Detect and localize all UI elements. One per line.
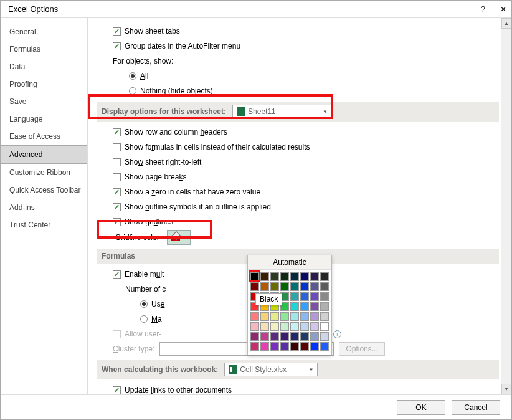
color-swatch[interactable] [270, 342, 279, 351]
radio-objects-nothing[interactable] [129, 87, 136, 95]
cancel-button[interactable]: Cancel [452, 400, 500, 415]
color-swatch[interactable] [270, 322, 279, 331]
color-swatch[interactable] [310, 322, 319, 331]
color-swatch[interactable] [300, 272, 309, 281]
color-swatch[interactable] [260, 312, 269, 321]
sidebar-item-save[interactable]: Save [1, 93, 87, 110]
checkbox-enable-multithread[interactable] [113, 270, 121, 279]
checkbox-show-formulas[interactable] [113, 143, 121, 151]
color-swatch[interactable] [300, 322, 309, 331]
workbook-dropdown[interactable]: Cell Style.xlsx ▼ [224, 363, 318, 376]
gridline-color-button[interactable]: ▼ [167, 230, 191, 245]
color-swatch[interactable] [320, 322, 329, 331]
color-palette: Automatic Black [247, 255, 332, 355]
color-swatch[interactable] [290, 302, 299, 311]
color-swatch[interactable] [300, 302, 309, 311]
checkbox-show-headers[interactable] [113, 128, 121, 136]
color-swatch[interactable] [310, 282, 319, 291]
color-swatch[interactable] [290, 322, 299, 331]
sidebar-item-ease-of-access[interactable]: Ease of Access [1, 128, 87, 145]
sidebar-item-advanced[interactable]: Advanced [1, 145, 87, 164]
chevron-down-icon: ▼ [181, 236, 186, 240]
checkbox-show-rtl[interactable] [113, 158, 121, 166]
checkbox-show-zero[interactable] [113, 188, 121, 196]
sidebar-item-proofing[interactable]: Proofing [1, 75, 87, 93]
radio-use-all-processors[interactable] [140, 300, 148, 308]
label-update-links: Update links to other documents [125, 386, 232, 394]
color-swatch[interactable] [300, 282, 309, 291]
color-swatch[interactable] [310, 342, 319, 351]
vertical-scrollbar[interactable]: ▲ ▼ [501, 18, 511, 394]
color-swatch[interactable] [270, 282, 279, 291]
color-swatch[interactable] [280, 272, 289, 281]
color-swatch[interactable] [310, 302, 319, 311]
color-swatch[interactable] [250, 332, 259, 341]
checkbox-show-sheet-tabs[interactable] [113, 27, 121, 36]
color-swatch[interactable] [270, 332, 279, 341]
help-icon[interactable]: ? [481, 5, 485, 14]
radio-objects-all[interactable] [129, 72, 136, 80]
checkbox-show-gridlines[interactable] [113, 218, 121, 226]
color-swatch[interactable] [280, 342, 289, 351]
color-swatch[interactable] [320, 332, 329, 341]
info-icon[interactable]: i [333, 330, 341, 338]
ok-button[interactable]: OK [397, 400, 445, 415]
sidebar-item-general[interactable]: General [1, 23, 87, 41]
color-swatch[interactable] [300, 342, 309, 351]
color-swatch[interactable] [280, 332, 289, 341]
scroll-down-icon[interactable]: ▼ [501, 384, 511, 394]
label-number-of-processors: Number of c [125, 285, 166, 294]
color-swatch[interactable] [280, 322, 289, 331]
color-swatch[interactable] [250, 342, 259, 351]
color-swatch[interactable] [310, 272, 319, 281]
sidebar-item-formulas[interactable]: Formulas [1, 41, 87, 58]
section-display-worksheet: Display options for this worksheet: Shee… [97, 102, 499, 122]
color-swatch[interactable] [300, 312, 309, 321]
palette-automatic[interactable]: Automatic [248, 255, 331, 270]
color-swatch[interactable] [260, 272, 269, 281]
worksheet-dropdown[interactable]: Sheet11 ▼ [232, 105, 332, 118]
sidebar-item-trust-center[interactable]: Trust Center [1, 216, 87, 234]
color-swatch[interactable] [310, 312, 319, 321]
color-swatch[interactable] [320, 342, 329, 351]
scroll-up-icon[interactable]: ▲ [501, 18, 511, 29]
color-swatch[interactable] [320, 272, 329, 281]
color-swatch[interactable] [320, 312, 329, 321]
sidebar-item-language[interactable]: Language [1, 110, 87, 128]
color-swatch[interactable] [250, 322, 259, 331]
sidebar-item-data[interactable]: Data [1, 58, 87, 75]
color-swatch[interactable] [310, 292, 319, 301]
checkbox-show-page-breaks[interactable] [113, 173, 121, 181]
color-swatch[interactable] [280, 312, 289, 321]
radio-manual-processors[interactable] [140, 315, 148, 323]
color-swatch[interactable] [260, 322, 269, 331]
color-swatch[interactable] [320, 302, 329, 311]
color-swatch[interactable] [260, 282, 269, 291]
sidebar-item-customize-ribbon[interactable]: Customize Ribbon [1, 164, 87, 181]
color-swatch[interactable] [320, 282, 329, 291]
color-swatch[interactable] [260, 342, 269, 351]
color-swatch[interactable] [300, 292, 309, 301]
checkbox-group-dates[interactable] [113, 42, 121, 50]
checkbox-show-outline[interactable] [113, 203, 121, 211]
color-swatch[interactable] [250, 282, 259, 291]
sidebar-item-quick-access-toolbar[interactable]: Quick Access Toolbar [1, 181, 87, 199]
color-swatch[interactable] [310, 332, 319, 341]
color-swatch[interactable] [290, 282, 299, 291]
color-swatch[interactable] [260, 332, 269, 341]
checkbox-update-links[interactable] [113, 386, 121, 394]
color-swatch[interactable] [290, 272, 299, 281]
sidebar-item-add-ins[interactable]: Add-ins [1, 199, 87, 216]
color-swatch[interactable] [290, 342, 299, 351]
color-swatch[interactable] [270, 272, 279, 281]
chevron-down-icon: ▼ [308, 367, 313, 373]
color-swatch[interactable] [320, 292, 329, 301]
color-swatch[interactable] [290, 332, 299, 341]
color-swatch[interactable] [290, 312, 299, 321]
close-icon[interactable]: ✕ [500, 5, 506, 14]
color-swatch[interactable] [300, 332, 309, 341]
color-swatch[interactable] [280, 282, 289, 291]
color-swatch[interactable] [290, 292, 299, 301]
color-swatch[interactable] [270, 312, 279, 321]
color-swatch[interactable] [250, 312, 259, 321]
